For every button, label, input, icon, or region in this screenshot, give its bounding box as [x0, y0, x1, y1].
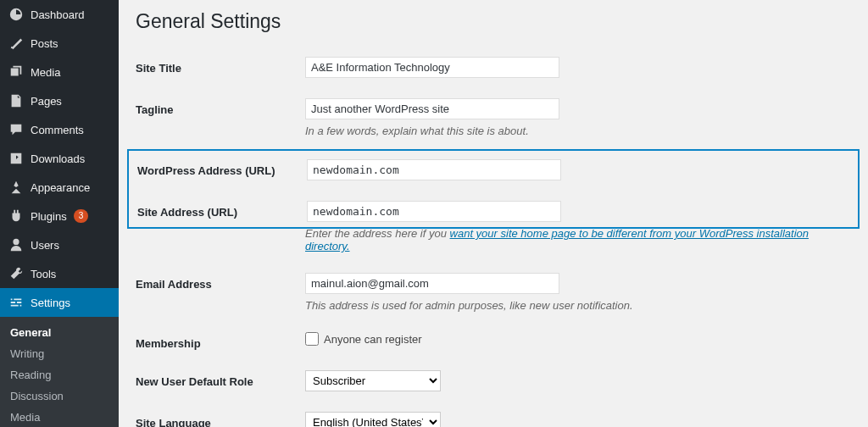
tagline-description: In a few words, explain what this site i… [305, 125, 851, 137]
sidebar-item-label: Media [31, 66, 60, 79]
wp-url-input[interactable] [307, 159, 561, 180]
label-default-role: New User Default Role [136, 370, 305, 388]
admin-sidebar: Dashboard Posts Media Pages Comments Dow… [0, 0, 119, 427]
sidebar-item-label: Tools [31, 268, 56, 280]
settings-form: Site Title Tagline In a few words, expla… [136, 48, 851, 427]
dashboard-icon [8, 7, 24, 22]
settings-submenu: General Writing Reading Discussion Media… [0, 317, 119, 427]
row-site-title: Site Title [136, 48, 851, 90]
row-site-url-desc: Enter the address here if you want your … [136, 229, 851, 264]
submenu-item-general[interactable]: General [0, 322, 119, 343]
submenu-item-media[interactable]: Media [0, 407, 119, 427]
downloads-icon [8, 151, 24, 166]
sidebar-item-users[interactable]: Users [0, 230, 119, 259]
row-site-lang: Site Language English (United States) [136, 403, 851, 427]
plugins-icon [8, 208, 24, 224]
label-site-url: Site Address (URL) [137, 201, 307, 219]
pages-icon [8, 93, 24, 108]
appearance-icon [8, 180, 24, 195]
plugins-badge: 3 [74, 209, 89, 223]
row-email: Email Address This address is used for a… [136, 264, 851, 324]
sidebar-item-downloads[interactable]: Downloads [0, 144, 119, 173]
row-tagline: Tagline In a few words, explain what thi… [136, 90, 851, 149]
label-email: Email Address [136, 273, 305, 291]
sidebar-item-posts[interactable]: Posts [0, 29, 119, 58]
sidebar-item-comments[interactable]: Comments [0, 115, 119, 144]
sidebar-item-label: Settings [31, 297, 70, 309]
sidebar-item-label: Plugins [31, 210, 67, 223]
site-title-input[interactable] [305, 57, 559, 78]
sidebar-item-plugins[interactable]: Plugins 3 [0, 202, 119, 230]
sidebar-item-label: Posts [31, 37, 58, 50]
sidebar-item-appearance[interactable]: Appearance [0, 173, 119, 202]
membership-checkbox[interactable] [305, 332, 319, 346]
site-url-input[interactable] [307, 201, 561, 222]
row-default-role: New User Default Role Subscriber [136, 362, 851, 403]
site-url-description: Enter the address here if you want your … [305, 227, 851, 252]
membership-checkbox-text: Anyone can register [324, 333, 422, 346]
url-highlight-box: WordPress Address (URL) Site Address (UR… [127, 149, 860, 229]
tagline-input[interactable] [305, 98, 559, 119]
submenu-item-discussion[interactable]: Discussion [0, 385, 119, 407]
settings-icon [8, 295, 24, 310]
sidebar-item-media[interactable]: Media [0, 58, 119, 86]
membership-checkbox-label[interactable]: Anyone can register [305, 332, 422, 346]
row-wp-url: WordPress Address (URL) [137, 151, 849, 192]
sidebar-item-label: Downloads [31, 152, 85, 165]
comments-icon [8, 122, 24, 137]
site-lang-select[interactable]: English (United States) [305, 412, 441, 427]
media-icon [8, 64, 24, 80]
sidebar-item-dashboard[interactable]: Dashboard [0, 0, 119, 29]
sidebar-item-pages[interactable]: Pages [0, 86, 119, 115]
submenu-item-writing[interactable]: Writing [0, 343, 119, 364]
main-content: General Settings Site Title Tagline In a… [119, 0, 868, 427]
sidebar-item-label: Comments [31, 124, 84, 136]
email-description: This address is used for admin purposes,… [305, 299, 851, 312]
sidebar-item-label: Dashboard [31, 8, 85, 21]
users-icon [8, 237, 24, 252]
row-membership: Membership Anyone can register [136, 324, 851, 362]
label-site-lang: Site Language [136, 412, 305, 427]
label-site-title: Site Title [136, 57, 305, 75]
sidebar-item-tools[interactable]: Tools [0, 259, 119, 288]
default-role-select[interactable]: Subscriber [305, 370, 441, 391]
sidebar-item-label: Appearance [31, 181, 90, 194]
pin-icon [8, 36, 24, 51]
tools-icon [8, 266, 24, 281]
sidebar-item-settings[interactable]: Settings [0, 288, 119, 317]
label-membership: Membership [136, 332, 305, 350]
submenu-item-reading[interactable]: Reading [0, 364, 119, 385]
label-wp-url: WordPress Address (URL) [137, 159, 307, 177]
email-input[interactable] [305, 273, 559, 294]
sidebar-item-label: Pages [31, 95, 62, 108]
label-tagline: Tagline [136, 98, 305, 116]
sidebar-item-label: Users [31, 239, 59, 252]
page-title: General Settings [136, 0, 851, 48]
